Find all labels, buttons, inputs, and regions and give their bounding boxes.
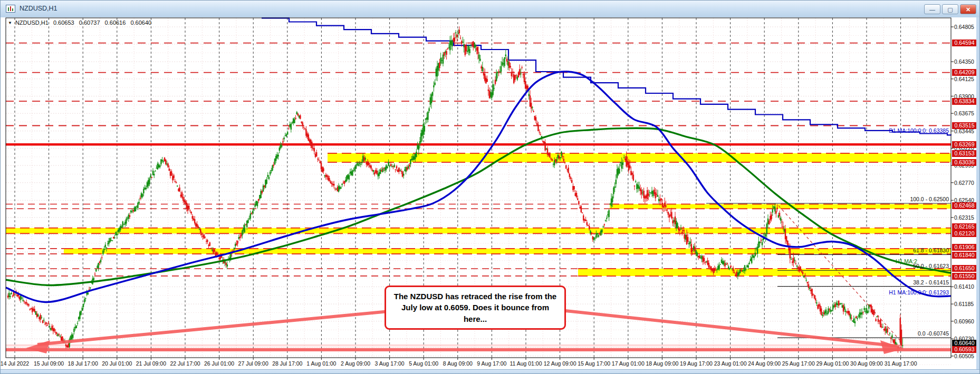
price-badge: 0.63269 bbox=[952, 141, 977, 148]
fib-level-label: 61.8 - 0.61830 bbox=[913, 247, 949, 253]
price-badge: 0.62165 bbox=[952, 223, 977, 230]
header-open: 0.60653 bbox=[53, 19, 74, 26]
ma-label: H1 MA:2 bbox=[896, 258, 917, 264]
minimize-button[interactable]: — bbox=[924, 4, 940, 14]
time-tick-label: 31 Aug 17:00 bbox=[879, 360, 923, 367]
annotation-text: The NZDUSD has retraced the rise from th… bbox=[393, 291, 557, 324]
price-badge: 0.63515 bbox=[952, 122, 977, 129]
price-badge: 0.61906 bbox=[952, 244, 977, 251]
price-badge: 0.63834 bbox=[952, 98, 977, 105]
close-button[interactable]: ✕ bbox=[960, 4, 976, 14]
ma-label: D1 MA:100:0:0: 0.63385 bbox=[889, 127, 949, 134]
ohlc-header: ▼NZDUSD,H1 0.60653 0.60737 0.60616 0.606… bbox=[8, 19, 155, 26]
price-badge: 0.61650 bbox=[952, 265, 977, 272]
price-tick-label: 0.64125 bbox=[954, 76, 974, 82]
price-tick-label: 0.63675 bbox=[954, 110, 974, 116]
price-tick-label: 0.61410 bbox=[954, 283, 974, 290]
price-badge: 0.63036 bbox=[952, 159, 977, 166]
collapse-arrow-icon[interactable]: ▼ bbox=[8, 21, 12, 25]
annotation-box[interactable]: The NZDUSD has retraced the rise from th… bbox=[385, 286, 566, 330]
price-badge: 0.64209 bbox=[952, 69, 977, 76]
window-title: NZDUSD,H1 bbox=[20, 5, 57, 12]
restore-button[interactable]: ▢ bbox=[942, 4, 958, 14]
price-tick-label: 0.61185 bbox=[954, 301, 974, 307]
price-tick-label: 0.60505 bbox=[954, 353, 974, 359]
fib-level-label: 0.0 -0.60745 bbox=[918, 330, 949, 337]
price-tick-label: 0.62770 bbox=[954, 180, 974, 186]
header-high: 0.60737 bbox=[79, 19, 100, 26]
header-symbol: NZDUSD,H1 bbox=[15, 19, 49, 26]
title-bar: NZDUSD,H1 — ▢ ✕ bbox=[1, 1, 980, 18]
header-close: 0.60640 bbox=[130, 19, 151, 26]
price-tick-label: 0.62315 bbox=[954, 214, 974, 221]
price-badge: 0.61840 bbox=[952, 252, 977, 259]
header-low: 0.60616 bbox=[105, 19, 126, 26]
price-badge: 0.60593 bbox=[952, 346, 977, 353]
price-tick-label: 0.64350 bbox=[954, 58, 974, 65]
window-frame-right bbox=[976, 17, 980, 369]
price-badge: 0.64594 bbox=[952, 40, 977, 46]
price-tick-label: 0.60960 bbox=[954, 318, 974, 324]
price-badge: 0.62120 bbox=[952, 230, 977, 237]
price-badge: 0.62468 bbox=[952, 202, 977, 209]
window-frame-bottom bbox=[1, 369, 980, 374]
price-badge: 0.63153 bbox=[952, 150, 977, 157]
fib-level-label: 38.2 - 0.61415 bbox=[913, 279, 949, 286]
ma-label: H1 MA:100:0:0: 0.61293 bbox=[889, 289, 949, 296]
price-badge: 0.61550 bbox=[952, 273, 977, 280]
fib-level-label: 100.0 - 0.62500 bbox=[910, 196, 949, 202]
mt4-window: NZDUSD,H1 — ▢ ✕ ▼NZDUSD,H1 0.60653 0.607… bbox=[0, 0, 980, 374]
fib-level-label: 50.0 - 0.61623 bbox=[913, 263, 949, 269]
price-tick-label: 0.64805 bbox=[954, 24, 974, 30]
chart-icon bbox=[6, 5, 15, 13]
